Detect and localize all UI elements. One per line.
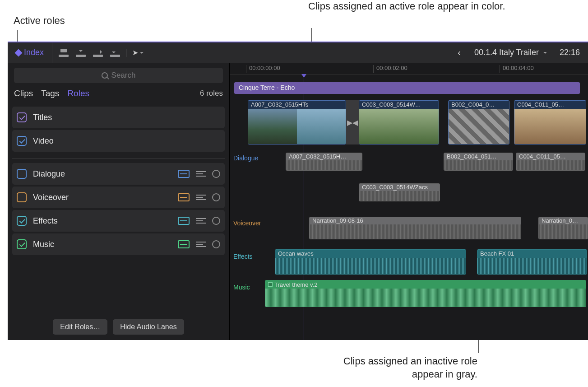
lane-label-dialogue: Dialogue (233, 154, 258, 162)
annotation-active-roles: Active roles (14, 14, 65, 28)
subroles-icon[interactable] (196, 194, 206, 201)
chevron-down-icon (543, 52, 547, 56)
role-label: Dialogue (33, 169, 178, 179)
edit-roles-button[interactable]: Edit Roles… (53, 319, 107, 335)
clip-label: C003_C003_0514WZacs (359, 184, 440, 191)
subroles-icon[interactable] (196, 241, 206, 248)
tab-roles[interactable]: Roles (67, 89, 89, 98)
connect-clip-icon[interactable] (59, 49, 69, 57)
effects-clip[interactable]: Beach FX 01 (477, 249, 587, 275)
lane-label-music: Music (233, 284, 250, 291)
append-clip-icon[interactable] (93, 49, 103, 57)
lane-label-voiceover: Voiceover (233, 219, 261, 227)
voiceover-clip[interactable]: Narration_0… (538, 217, 588, 239)
role-row-dialogue[interactable]: Dialogue (12, 163, 225, 185)
clip-label: A007_C032_0515H… (286, 153, 362, 160)
role-checkbox[interactable] (17, 192, 27, 202)
lane-view-icon[interactable] (178, 240, 190, 248)
lane-view-icon[interactable] (178, 193, 190, 201)
tab-clips[interactable]: Clips (14, 89, 33, 98)
search-icon (102, 72, 108, 79)
clip-label: Ocean waves (275, 250, 466, 258)
title-clip[interactable]: Cinque Terre - Echo (234, 82, 580, 94)
voiceover-clip[interactable]: Narration_09-08-16 (309, 217, 521, 239)
timeline[interactable]: 00:00:00:00 00:00:02:00 00:00:04:00 Cinq… (230, 63, 588, 340)
role-checkbox[interactable] (17, 169, 27, 179)
role-label: Effects (33, 216, 178, 226)
index-diamond-icon (15, 49, 23, 56)
index-tabs: Clips Tags Roles 6 roles (8, 83, 229, 102)
dialogue-clip[interactable]: C004_C011_05… (516, 153, 585, 171)
index-sidebar: Search Clips Tags Roles 6 roles Titles V… (8, 63, 230, 340)
clip-label: A007_C032_0515HTs (248, 101, 346, 109)
search-input[interactable]: Search (14, 68, 223, 83)
toolbar-layout-icons (52, 49, 127, 57)
role-label: Voiceover (33, 193, 178, 202)
time-ruler[interactable]: 00:00:00:00 00:00:02:00 00:00:04:00 (230, 63, 588, 75)
dialogue-clip[interactable]: C003_C003_0514WZacs (359, 183, 440, 201)
role-label: Video (33, 136, 220, 146)
compound-clip-icon (268, 282, 273, 287)
role-row-voiceover[interactable]: Voiceover (12, 187, 225, 208)
divider (12, 158, 225, 159)
dialogue-clip[interactable]: B002_C004_051… (444, 153, 513, 171)
role-label: Music (33, 240, 178, 249)
ruler-tick: 00:00:02:00 (373, 65, 407, 73)
project-name: 00.1.4 Italy Trailer (474, 48, 542, 57)
role-checkbox[interactable] (17, 239, 27, 249)
app-window: Index ➤ ‹ 00.1.4 Italy Trailer 22:16 Sea… (8, 42, 588, 340)
toolbar: Index ➤ ‹ 00.1.4 Italy Trailer 22:16 (8, 42, 588, 63)
role-checkbox[interactable] (17, 112, 27, 122)
annotation-active-color: Clips assigned an active role appear in … (308, 0, 505, 13)
effects-clip[interactable]: Ocean waves (275, 249, 466, 275)
role-checkbox[interactable] (17, 136, 27, 146)
prev-edit-button[interactable]: ‹ (449, 42, 470, 63)
timeline-tracks: Cinque Terre - Echo A007_C032_0515HTs ▶◀… (230, 75, 588, 340)
playhead-head-icon (301, 74, 306, 78)
sidebar-footer: Edit Roles… Hide Audio Lanes (8, 314, 229, 340)
roles-count: 6 roles (200, 89, 223, 98)
music-clip[interactable]: Travel theme v.2 (265, 280, 586, 307)
roles-list: Titles Video Dialogue (8, 102, 229, 314)
tool-selector[interactable]: ➤ (127, 42, 149, 63)
video-clip[interactable]: B002_C004_0… (448, 100, 509, 145)
video-clip[interactable]: C003_C003_0514W… (359, 100, 439, 145)
dialogue-clip[interactable]: A007_C032_0515H… (286, 153, 362, 171)
video-clip[interactable]: A007_C032_0515HTs (248, 100, 346, 145)
tab-tags[interactable]: Tags (41, 89, 59, 98)
focus-role-icon[interactable] (212, 217, 220, 225)
role-row-music[interactable]: Music (12, 233, 225, 255)
clip-label: C004_C011_05… (514, 101, 586, 109)
subroles-icon[interactable] (196, 170, 206, 177)
overwrite-clip-icon[interactable] (110, 49, 120, 57)
role-row-video[interactable]: Video (12, 130, 225, 152)
clip-label: Travel theme v.2 (265, 280, 586, 289)
search-placeholder: Search (111, 71, 136, 80)
focus-role-icon[interactable] (212, 193, 220, 201)
focus-role-icon[interactable] (212, 240, 220, 248)
lane-label-effects: Effects (233, 253, 253, 260)
lane-view-icon[interactable] (178, 170, 190, 178)
role-checkbox[interactable] (17, 216, 27, 226)
insert-clip-icon[interactable] (76, 49, 86, 57)
lane-view-icon[interactable] (178, 217, 190, 225)
subroles-icon[interactable] (196, 217, 206, 224)
role-row-titles[interactable]: Titles (12, 107, 225, 128)
project-name-dropdown[interactable]: 00.1.4 Italy Trailer (470, 42, 551, 63)
clip-label: B002_C004_051… (444, 153, 513, 160)
clip-label: B002_C004_0… (449, 101, 509, 109)
index-button[interactable]: Index (8, 42, 52, 63)
role-row-effects[interactable]: Effects (12, 210, 225, 232)
timecode-display: 22:16 (551, 48, 588, 57)
focus-role-icon[interactable] (212, 170, 220, 178)
role-label: Titles (33, 113, 220, 122)
pointer-icon: ➤ (132, 48, 138, 57)
transition-icon[interactable]: ▶◀ (346, 100, 359, 145)
ruler-tick: 00:00:04:00 (500, 65, 534, 73)
video-clip[interactable]: C004_C011_05… (514, 100, 586, 145)
annotation-inactive-gray: Clips assigned an inactive role appear i… (342, 355, 477, 381)
hide-audio-lanes-button[interactable]: Hide Audio Lanes (113, 319, 184, 335)
clip-label: Beach FX 01 (477, 250, 587, 258)
clip-label: Narration_09-08-16 (310, 217, 521, 224)
clip-label: C004_C011_05… (516, 153, 585, 160)
